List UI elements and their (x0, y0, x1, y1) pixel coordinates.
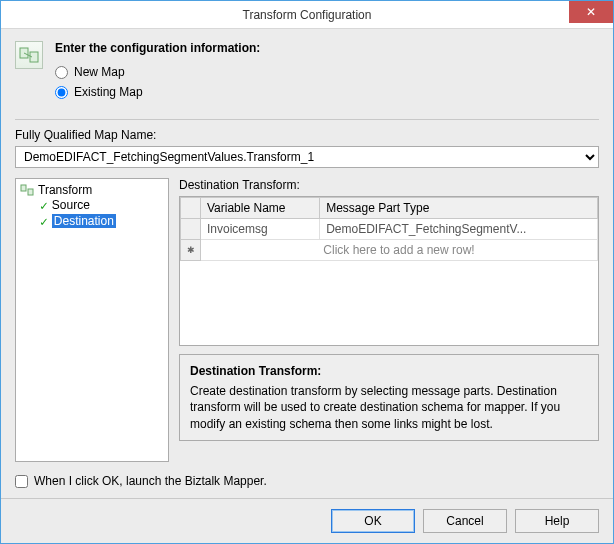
check-icon: ✓ (40, 215, 48, 228)
description-body: Create destination transform by selectin… (190, 383, 588, 432)
radio-existing-map-label: Existing Map (74, 85, 143, 99)
launch-mapper-checkbox[interactable] (15, 475, 28, 488)
close-button[interactable]: ✕ (569, 1, 613, 23)
transform-node-icon (20, 183, 34, 197)
config-type-section: Enter the configuration information: New… (15, 41, 599, 105)
new-row-star: ✱ (181, 240, 201, 261)
grid-col-variable[interactable]: Variable Name (201, 198, 320, 219)
radio-new-map-label: New Map (74, 65, 125, 79)
cancel-button[interactable]: Cancel (423, 509, 507, 533)
check-icon: ✓ (40, 199, 48, 212)
grid-corner (181, 198, 201, 219)
dialog-window: Transform Configuration ✕ Enter the conf… (0, 0, 614, 544)
tree-children: ✓ Source ✓ Destination (38, 197, 164, 229)
cell-variable[interactable]: Invoicemsg (201, 219, 320, 240)
transform-icon (15, 41, 43, 69)
tree-root[interactable]: Transform (20, 183, 164, 197)
help-button[interactable]: Help (515, 509, 599, 533)
button-bar: OK Cancel Help (1, 498, 613, 543)
add-row-placeholder[interactable]: Click here to add a new row! (201, 240, 598, 261)
tree-panel[interactable]: Transform ✓ Source ✓ Destination (15, 178, 169, 462)
grid-empty-area (180, 261, 598, 345)
svg-rect-3 (28, 189, 33, 195)
window-title: Transform Configuration (1, 8, 613, 22)
tree-root-label: Transform (38, 183, 92, 197)
cell-type[interactable]: DemoEDIFACT_FetchingSegmentV... (320, 219, 598, 240)
table-row[interactable]: Invoicemsg DemoEDIFACT_FetchingSegmentV.… (181, 219, 598, 240)
right-panel: Destination Transform: Variable Name Mes… (179, 178, 599, 462)
description-box: Destination Transform: Create destinatio… (179, 354, 599, 441)
map-name-label: Fully Qualified Map Name: (15, 128, 599, 142)
grid-table: Variable Name Message Part Type Invoicem… (180, 197, 598, 261)
close-icon: ✕ (586, 5, 596, 19)
destination-grid[interactable]: Variable Name Message Part Type Invoicem… (179, 196, 599, 346)
content-area: Enter the configuration information: New… (1, 29, 613, 498)
tree-item-source[interactable]: ✓ Source (38, 197, 164, 213)
radio-existing-map[interactable] (55, 86, 68, 99)
launch-mapper-label: When I click OK, launch the Biztalk Mapp… (34, 474, 267, 488)
config-info: Enter the configuration information: New… (55, 41, 599, 105)
row-header[interactable] (181, 219, 201, 240)
tree-item-destination[interactable]: ✓ Destination (38, 213, 164, 229)
titlebar: Transform Configuration ✕ (1, 1, 613, 29)
tree-item-label: Source (52, 198, 90, 212)
tree-item-label: Destination (52, 214, 116, 228)
config-prompt: Enter the configuration information: (55, 41, 599, 55)
radio-existing-map-row[interactable]: Existing Map (55, 85, 599, 99)
svg-rect-2 (21, 185, 26, 191)
divider (15, 119, 599, 120)
mid-section: Transform ✓ Source ✓ Destination Destina… (15, 178, 599, 462)
ok-button[interactable]: OK (331, 509, 415, 533)
table-new-row[interactable]: ✱ Click here to add a new row! (181, 240, 598, 261)
map-name-select[interactable]: DemoEDIFACT_FetchingSegmentValues.Transf… (15, 146, 599, 168)
description-heading: Destination Transform: (190, 363, 588, 379)
radio-new-map-row[interactable]: New Map (55, 65, 599, 79)
destination-transform-label: Destination Transform: (179, 178, 599, 192)
radio-new-map[interactable] (55, 66, 68, 79)
grid-col-type[interactable]: Message Part Type (320, 198, 598, 219)
launch-mapper-row[interactable]: When I click OK, launch the Biztalk Mapp… (15, 474, 599, 488)
